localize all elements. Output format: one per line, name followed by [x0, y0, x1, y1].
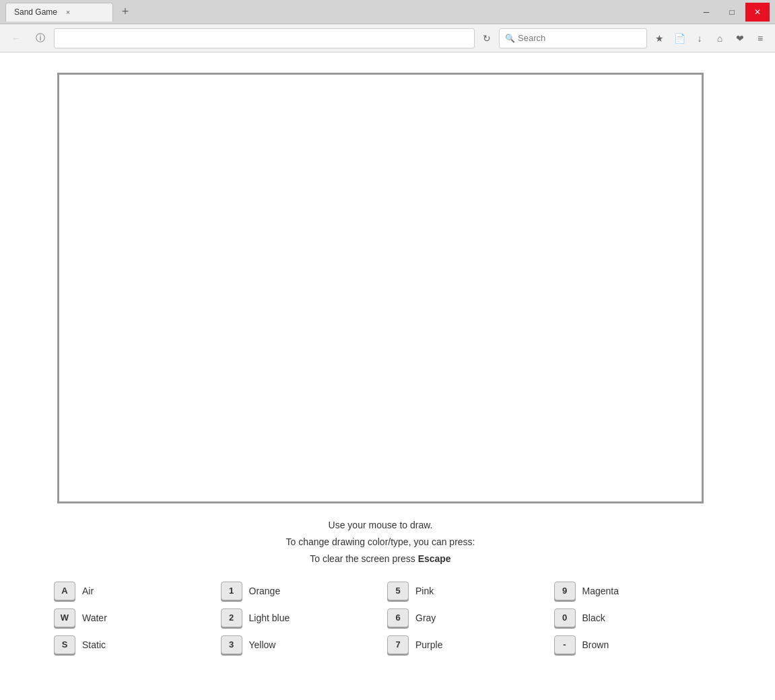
- nav-bar: ← ⓘ ↻ 🔍 ★ 📄 ↓ ⌂ ❤ ≡: [0, 24, 775, 53]
- browser-tab[interactable]: Sand Game ×: [5, 3, 113, 22]
- key-badge: A: [54, 582, 75, 600]
- tab-close-button[interactable]: ×: [63, 7, 73, 18]
- key-badge: 2: [221, 608, 242, 627]
- key-label: Magenta: [582, 586, 619, 596]
- search-bar[interactable]: 🔍: [499, 28, 647, 48]
- key-label: Water: [82, 612, 107, 623]
- minimize-button[interactable]: ─: [694, 3, 718, 22]
- key-row: 9Magenta: [554, 582, 708, 600]
- key-label: Light blue: [249, 612, 290, 623]
- escape-key-label: Escape: [418, 553, 451, 564]
- info-icon: ⓘ: [36, 32, 45, 44]
- key-badge: W: [54, 608, 75, 627]
- key-badge: 0: [554, 608, 576, 627]
- home-button[interactable]: ⌂: [710, 29, 729, 48]
- key-badge: -: [554, 635, 576, 654]
- key-label: Orange: [249, 586, 281, 596]
- info-button[interactable]: ⓘ: [30, 28, 51, 49]
- instruction-line2: To change drawing color/type, you can pr…: [13, 534, 747, 551]
- key-row: 7Purple: [387, 635, 541, 654]
- instructions: Use your mouse to draw. To change drawin…: [13, 517, 747, 568]
- key-badge: 5: [387, 582, 409, 600]
- search-input[interactable]: [518, 33, 641, 43]
- menu-button[interactable]: ≡: [751, 29, 770, 48]
- page-content: Use your mouse to draw. To change drawin…: [0, 53, 761, 674]
- instruction-line3: To clear the screen press Escape: [13, 551, 747, 567]
- close-button[interactable]: ✕: [745, 3, 770, 22]
- window-controls: ─ □ ✕: [694, 3, 770, 22]
- new-tab-button[interactable]: +: [116, 3, 135, 22]
- instruction-line3-prefix: To clear the screen press: [310, 553, 417, 564]
- key-row: 1Orange: [221, 582, 374, 600]
- pocket-button[interactable]: ❤: [731, 29, 749, 48]
- key-row: 5Pink: [387, 582, 541, 600]
- key-label: Yellow: [249, 639, 276, 650]
- key-label: Black: [582, 612, 605, 623]
- key-label: Air: [82, 586, 94, 596]
- key-badge: 7: [387, 635, 409, 654]
- key-badge: 3: [221, 635, 242, 654]
- nav-actions: ★ 📄 ↓ ⌂ ❤ ≡: [650, 29, 770, 48]
- key-row: -Brown: [554, 635, 708, 654]
- address-bar[interactable]: [54, 28, 475, 48]
- key-badge: S: [54, 635, 75, 654]
- reload-button[interactable]: ↻: [477, 29, 496, 48]
- key-label: Brown: [582, 639, 609, 650]
- reader-button[interactable]: 📄: [670, 29, 689, 48]
- instruction-line1: Use your mouse to draw.: [13, 517, 747, 534]
- key-row: WWater: [54, 608, 207, 627]
- maximize-button[interactable]: □: [720, 3, 744, 22]
- keybindings-grid: AAir1Orange5Pink9MagentaWWater2Light blu…: [13, 575, 747, 661]
- download-button[interactable]: ↓: [690, 29, 709, 48]
- key-row: 0Black: [554, 608, 708, 627]
- back-button[interactable]: ←: [5, 28, 27, 49]
- search-icon: 🔍: [505, 34, 515, 43]
- tab-strip: Sand Game × +: [5, 3, 694, 22]
- key-row: 2Light blue: [221, 608, 374, 627]
- game-canvas[interactable]: [57, 73, 704, 503]
- game-canvas-container: [13, 73, 747, 503]
- key-label: Purple: [415, 639, 442, 650]
- key-row: AAir: [54, 582, 207, 600]
- key-row: 3Yellow: [221, 635, 374, 654]
- key-label: Gray: [415, 612, 436, 623]
- key-badge: 1: [221, 582, 242, 600]
- bookmark-star-button[interactable]: ★: [650, 29, 669, 48]
- title-bar: Sand Game × + ─ □ ✕: [0, 0, 775, 24]
- key-badge: 6: [387, 608, 409, 627]
- content-area: Use your mouse to draw. To change drawin…: [0, 53, 775, 700]
- key-row: SStatic: [54, 635, 207, 654]
- key-label: Pink: [415, 586, 434, 596]
- key-row: 6Gray: [387, 608, 541, 627]
- tab-title: Sand Game: [14, 7, 57, 17]
- key-label: Static: [82, 639, 106, 650]
- key-badge: 9: [554, 582, 576, 600]
- reload-icon: ↻: [483, 33, 491, 44]
